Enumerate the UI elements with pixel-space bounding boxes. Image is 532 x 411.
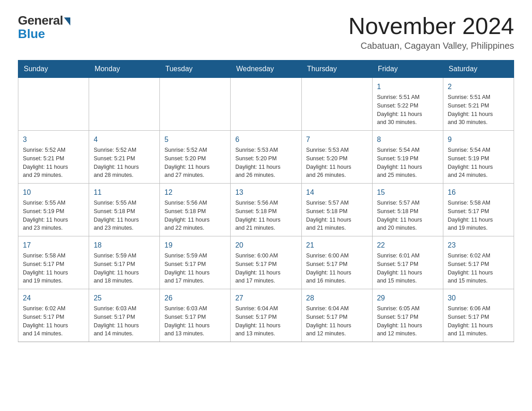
calendar-cell: 6Sunrise: 5:53 AMSunset: 5:20 PMDaylight… [231,131,301,184]
day-number: 17 [23,240,84,251]
calendar-cell: 27Sunrise: 6:04 AMSunset: 5:17 PMDayligh… [231,289,301,342]
calendar-week-row: 17Sunrise: 5:58 AMSunset: 5:17 PMDayligh… [18,236,514,289]
calendar-cell: 29Sunrise: 6:05 AMSunset: 5:17 PMDayligh… [372,289,443,342]
calendar-cell: 20Sunrise: 6:00 AMSunset: 5:17 PMDayligh… [231,236,301,289]
day-info: Sunrise: 5:52 AMSunset: 5:20 PMDaylight:… [164,146,226,180]
location-text: Cabatuan, Cagayan Valley, Philippines [348,41,514,51]
day-info: Sunrise: 5:56 AMSunset: 5:18 PMDaylight:… [164,199,226,232]
day-number: 19 [164,240,226,251]
day-info: Sunrise: 6:04 AMSunset: 5:17 PMDaylight:… [235,304,296,338]
weekday-header-saturday: Saturday [443,60,514,78]
calendar-cell: 5Sunrise: 5:52 AMSunset: 5:20 PMDaylight… [160,131,231,184]
calendar-cell: 10Sunrise: 5:55 AMSunset: 5:19 PMDayligh… [18,184,89,236]
weekday-header-monday: Monday [89,60,160,78]
logo: General Blue [18,13,70,41]
day-info: Sunrise: 6:00 AMSunset: 5:17 PMDaylight:… [306,252,368,285]
calendar-cell: 19Sunrise: 5:59 AMSunset: 5:17 PMDayligh… [160,236,231,289]
day-info: Sunrise: 5:55 AMSunset: 5:18 PMDaylight:… [94,199,155,232]
calendar-cell: 18Sunrise: 5:59 AMSunset: 5:17 PMDayligh… [89,236,160,289]
calendar-cell: 13Sunrise: 5:56 AMSunset: 5:18 PMDayligh… [231,184,301,236]
day-number: 30 [448,293,509,304]
day-info: Sunrise: 5:58 AMSunset: 5:17 PMDaylight:… [448,199,509,232]
calendar-cell: 17Sunrise: 5:58 AMSunset: 5:17 PMDayligh… [18,236,89,289]
day-info: Sunrise: 5:53 AMSunset: 5:20 PMDaylight:… [235,146,296,180]
calendar-cell: 9Sunrise: 5:54 AMSunset: 5:19 PMDaylight… [443,131,514,184]
day-number: 25 [94,293,155,304]
calendar-week-row: 10Sunrise: 5:55 AMSunset: 5:19 PMDayligh… [18,184,514,236]
day-number: 28 [306,293,368,304]
calendar-cell: 21Sunrise: 6:00 AMSunset: 5:17 PMDayligh… [301,236,372,289]
calendar-cell: 22Sunrise: 6:01 AMSunset: 5:17 PMDayligh… [372,236,443,289]
day-info: Sunrise: 5:59 AMSunset: 5:17 PMDaylight:… [164,252,226,285]
calendar-cell: 3Sunrise: 5:52 AMSunset: 5:21 PMDaylight… [18,131,89,184]
calendar-cell: 24Sunrise: 6:02 AMSunset: 5:17 PMDayligh… [18,289,89,342]
day-number: 14 [306,187,368,198]
weekday-header-wednesday: Wednesday [231,60,301,78]
day-info: Sunrise: 6:06 AMSunset: 5:17 PMDaylight:… [448,304,509,338]
logo-blue-text: Blue [18,27,45,41]
day-info: Sunrise: 5:55 AMSunset: 5:19 PMDaylight:… [23,199,84,232]
logo-general-text: General [18,13,63,28]
day-info: Sunrise: 6:01 AMSunset: 5:17 PMDaylight:… [377,252,438,285]
calendar-cell: 23Sunrise: 6:02 AMSunset: 5:17 PMDayligh… [443,236,514,289]
day-info: Sunrise: 5:53 AMSunset: 5:20 PMDaylight:… [306,146,368,180]
day-number: 26 [164,293,226,304]
day-info: Sunrise: 5:52 AMSunset: 5:21 PMDaylight:… [94,146,155,180]
calendar-cell: 2Sunrise: 5:51 AMSunset: 5:21 PMDaylight… [443,78,514,131]
day-info: Sunrise: 5:58 AMSunset: 5:17 PMDaylight:… [23,252,84,285]
day-number: 5 [164,134,226,145]
day-number: 23 [448,240,509,251]
day-info: Sunrise: 5:57 AMSunset: 5:18 PMDaylight:… [306,199,368,232]
day-number: 11 [94,187,155,198]
day-info: Sunrise: 6:03 AMSunset: 5:17 PMDaylight:… [164,304,226,338]
calendar-week-row: 3Sunrise: 5:52 AMSunset: 5:21 PMDaylight… [18,131,514,184]
day-number: 13 [235,187,296,198]
day-number: 21 [306,240,368,251]
month-title: November 2024 [348,13,514,39]
day-number: 3 [23,134,84,145]
day-number: 1 [377,81,438,92]
calendar-cell [301,78,372,131]
calendar-cell: 11Sunrise: 5:55 AMSunset: 5:18 PMDayligh… [89,184,160,236]
calendar-table: SundayMondayTuesdayWednesdayThursdayFrid… [18,60,514,342]
day-info: Sunrise: 5:56 AMSunset: 5:18 PMDaylight:… [235,199,296,232]
day-number: 15 [377,187,438,198]
day-info: Sunrise: 6:00 AMSunset: 5:17 PMDaylight:… [235,252,296,285]
calendar-cell [18,78,89,131]
day-number: 10 [23,187,84,198]
day-info: Sunrise: 5:52 AMSunset: 5:21 PMDaylight:… [23,146,84,180]
day-number: 9 [448,134,509,145]
day-number: 7 [306,134,368,145]
calendar-cell: 14Sunrise: 5:57 AMSunset: 5:18 PMDayligh… [301,184,372,236]
day-number: 27 [235,293,296,304]
calendar-cell: 28Sunrise: 6:04 AMSunset: 5:17 PMDayligh… [301,289,372,342]
day-info: Sunrise: 6:04 AMSunset: 5:17 PMDaylight:… [306,304,368,338]
day-number: 2 [448,81,509,92]
calendar-header-row: SundayMondayTuesdayWednesdayThursdayFrid… [18,60,514,78]
day-info: Sunrise: 6:02 AMSunset: 5:17 PMDaylight:… [448,252,509,285]
day-info: Sunrise: 6:03 AMSunset: 5:17 PMDaylight:… [94,304,155,338]
calendar-cell [89,78,160,131]
page-header: General Blue November 2024 Cabatuan, Cag… [18,13,514,51]
day-info: Sunrise: 5:51 AMSunset: 5:22 PMDaylight:… [377,93,438,127]
calendar-cell: 26Sunrise: 6:03 AMSunset: 5:17 PMDayligh… [160,289,231,342]
day-info: Sunrise: 5:57 AMSunset: 5:18 PMDaylight:… [377,199,438,232]
day-info: Sunrise: 5:51 AMSunset: 5:21 PMDaylight:… [448,93,509,127]
day-number: 6 [235,134,296,145]
day-number: 4 [94,134,155,145]
day-info: Sunrise: 6:02 AMSunset: 5:17 PMDaylight:… [23,304,84,338]
calendar-cell: 16Sunrise: 5:58 AMSunset: 5:17 PMDayligh… [443,184,514,236]
calendar-week-row: 1Sunrise: 5:51 AMSunset: 5:22 PMDaylight… [18,78,514,131]
weekday-header-thursday: Thursday [301,60,372,78]
day-info: Sunrise: 5:54 AMSunset: 5:19 PMDaylight:… [377,146,438,180]
weekday-header-tuesday: Tuesday [160,60,231,78]
calendar-cell: 25Sunrise: 6:03 AMSunset: 5:17 PMDayligh… [89,289,160,342]
title-section: November 2024 Cabatuan, Cagayan Valley, … [348,13,514,51]
calendar-cell: 12Sunrise: 5:56 AMSunset: 5:18 PMDayligh… [160,184,231,236]
calendar-cell: 7Sunrise: 5:53 AMSunset: 5:20 PMDaylight… [301,131,372,184]
day-number: 22 [377,240,438,251]
calendar-cell: 8Sunrise: 5:54 AMSunset: 5:19 PMDaylight… [372,131,443,184]
day-number: 20 [235,240,296,251]
day-info: Sunrise: 6:05 AMSunset: 5:17 PMDaylight:… [377,304,438,338]
logo-arrow-icon [64,17,70,26]
